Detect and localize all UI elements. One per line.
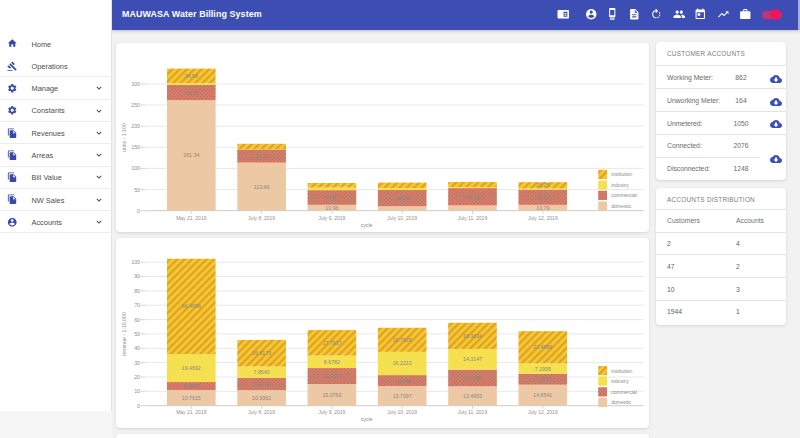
svg-text:13.7097: 13.7097 — [393, 392, 412, 398]
svg-text:May 21, 2019: May 21, 2019 — [176, 409, 207, 415]
svg-text:institution: institution — [611, 367, 632, 373]
svg-text:18.3834: 18.3834 — [463, 332, 482, 338]
svg-text:40: 40 — [134, 345, 140, 351]
svg-text:40.96: 40.96 — [466, 193, 479, 199]
svg-text:7.6072: 7.6072 — [535, 376, 551, 382]
svg-text:July 10, 2019: July 10, 2019 — [387, 409, 417, 415]
svg-text:0: 0 — [137, 402, 140, 408]
svg-text:150: 150 — [131, 144, 140, 150]
svg-text:May 21, 2019: May 21, 2019 — [176, 214, 207, 220]
svg-text:17.7937: 17.7937 — [322, 339, 341, 345]
svg-text:July 8, 2019: July 8, 2019 — [248, 409, 275, 415]
svg-text:300: 300 — [131, 80, 140, 86]
svg-text:13.79: 13.79 — [536, 204, 549, 210]
svg-text:16.7926: 16.7926 — [393, 336, 412, 342]
svg-text:July 10, 2019: July 10, 2019 — [387, 214, 417, 220]
svg-text:industry: industry — [611, 378, 629, 384]
svg-text:30: 30 — [134, 359, 140, 365]
svg-text:10: 10 — [134, 388, 140, 394]
svg-text:38.29: 38.29 — [396, 195, 409, 201]
svg-text:261.34: 261.34 — [183, 152, 199, 158]
svg-text:July 11, 2019: July 11, 2019 — [458, 214, 488, 220]
svg-text:34.58: 34.58 — [185, 72, 198, 78]
svg-text:7.8540: 7.8540 — [254, 369, 270, 375]
svg-text:20: 20 — [134, 373, 140, 379]
svg-text:100: 100 — [131, 259, 140, 265]
svg-text:10.7915: 10.7915 — [182, 394, 201, 400]
svg-text:70: 70 — [134, 302, 140, 308]
svg-text:8.6782: 8.6782 — [324, 358, 340, 364]
svg-text:11.1513: 11.1513 — [323, 373, 342, 379]
svg-text:8.4718: 8.4718 — [254, 380, 270, 386]
svg-text:institution: institution — [611, 171, 632, 177]
svg-text:11.6024: 11.6024 — [463, 374, 482, 380]
svg-text:14.6541: 14.6541 — [533, 392, 552, 398]
svg-text:7.6046: 7.6046 — [394, 377, 410, 383]
svg-text:revenue - 1:10,000: revenue - 1:10,000 — [121, 312, 127, 356]
svg-text:July 9, 2019: July 9, 2019 — [318, 214, 345, 220]
svg-text:commercial: commercial — [611, 388, 637, 394]
svg-text:5.6802: 5.6802 — [183, 383, 199, 389]
svg-text:34.67: 34.67 — [325, 194, 338, 200]
svg-text:22.4989: 22.4989 — [533, 344, 552, 350]
svg-text:36.28: 36.28 — [185, 89, 198, 95]
svg-text:90: 90 — [134, 273, 140, 279]
svg-text:100: 100 — [131, 165, 140, 171]
svg-text:units - 1:100: units - 1:100 — [121, 123, 127, 152]
svg-text:36.01: 36.01 — [536, 194, 549, 200]
svg-text:16.2210: 16.2210 — [393, 360, 412, 366]
svg-text:industry: industry — [611, 182, 629, 188]
svg-text:250: 250 — [131, 101, 140, 107]
svg-text:7.1995: 7.1995 — [535, 365, 551, 371]
svg-text:14.3147: 14.3147 — [463, 356, 482, 362]
svg-text:cycle: cycle — [361, 222, 373, 228]
svg-text:July 11, 2019: July 11, 2019 — [458, 409, 488, 415]
svg-text:cycle: cycle — [361, 416, 373, 422]
svg-text:50: 50 — [134, 330, 140, 336]
svg-text:60: 60 — [134, 316, 140, 322]
svg-text:200: 200 — [131, 123, 140, 129]
svg-text:10.9362: 10.9362 — [252, 394, 271, 400]
svg-text:113.66: 113.66 — [254, 183, 270, 189]
svg-text:0: 0 — [137, 207, 140, 213]
svg-text:domestic: domestic — [611, 203, 632, 209]
svg-text:commercial: commercial — [611, 192, 637, 198]
svg-text:13.4953: 13.4953 — [463, 392, 482, 398]
svg-text:July 8, 2019: July 8, 2019 — [248, 214, 275, 220]
svg-text:15.25: 15.25 — [536, 182, 549, 188]
svg-text:July 9, 2019: July 9, 2019 — [318, 409, 345, 415]
svg-text:13.96: 13.96 — [325, 204, 338, 210]
svg-text:31.10: 31.10 — [255, 153, 268, 159]
svg-text:16.8170: 16.8170 — [252, 350, 271, 356]
svg-text:80: 80 — [134, 287, 140, 293]
svg-text:50: 50 — [134, 186, 140, 192]
svg-text:July 12, 2019: July 12, 2019 — [528, 214, 558, 220]
svg-text:15.0763: 15.0763 — [322, 391, 341, 397]
svg-text:66.4698: 66.4698 — [182, 303, 201, 309]
svg-text:domestic: domestic — [611, 399, 632, 405]
svg-text:July 12, 2019: July 12, 2019 — [528, 409, 558, 415]
svg-text:19.4692: 19.4692 — [182, 365, 201, 371]
